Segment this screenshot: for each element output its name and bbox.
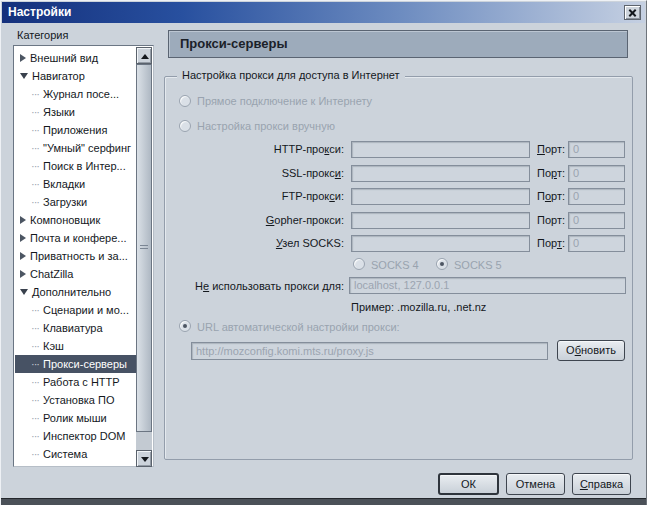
window-title: Настройки	[8, 5, 71, 19]
tree-line	[31, 394, 43, 406]
tree-item[interactable]: Компоновщик	[15, 211, 137, 229]
tree-item-label: Прокси-серверы	[43, 358, 127, 370]
port-input: 0	[568, 141, 625, 158]
tree-line	[31, 196, 43, 208]
tree-item-label: Инспектор DOM	[43, 430, 125, 442]
manual-proxy-label: Настройка прокси вручную	[197, 120, 335, 132]
proxy-field-label: SSL-прокси:	[164, 167, 344, 179]
tree-item-label: Почта и конфере...	[30, 232, 127, 244]
tree-item-label: "Умный" серфинг	[43, 142, 131, 154]
tree-item-label: Навигатор	[32, 70, 85, 82]
reload-button[interactable]: Обновить	[557, 340, 625, 361]
twisty-expanded-icon[interactable]	[20, 73, 28, 79]
proxy-field-label: Узел SOCKS:	[164, 237, 344, 249]
tree-item-label: ChatZilla	[30, 268, 73, 280]
tree-scrollbar[interactable]	[136, 47, 152, 467]
tree-item-label: Поиск в Интер...	[43, 160, 126, 172]
tree-item[interactable]: Установка ПО	[15, 391, 137, 409]
tree-line	[31, 358, 43, 370]
example-text: Пример: .mozilla.ru, .net.nz	[351, 301, 486, 313]
tree-item[interactable]: Кэш	[15, 337, 137, 355]
twisty-collapsed-icon[interactable]	[20, 216, 26, 224]
cancel-button[interactable]: Отмена	[506, 473, 565, 495]
manual-proxy-radio	[179, 120, 191, 132]
scroll-up-button[interactable]	[136, 47, 152, 64]
title-bar[interactable]: Настройки	[2, 2, 645, 23]
tree-item-label: Компоновщик	[30, 214, 100, 226]
tree-item[interactable]: Приложения	[15, 121, 137, 139]
tree-line	[31, 430, 43, 442]
tree-item-label: Вкладки	[43, 178, 85, 190]
port-input: 0	[568, 235, 625, 252]
tree-item-label: Языки	[43, 106, 75, 118]
thumb-grip-icon	[140, 245, 148, 251]
twisty-expanded-icon[interactable]	[20, 289, 28, 295]
socks4-radio	[353, 258, 365, 270]
tree-line	[31, 304, 43, 316]
tree-item[interactable]: Дополнительно	[15, 283, 137, 301]
tree-item-label: Приложения	[43, 124, 107, 136]
port-label: Порт:	[537, 143, 569, 155]
tree-line	[31, 448, 43, 460]
port-label: Порт:	[537, 167, 569, 179]
tree-item-label: Дополнительно	[32, 286, 111, 298]
port-label: Порт:	[537, 237, 569, 249]
tree-item[interactable]: Прокси-серверы	[15, 355, 137, 373]
tree-item[interactable]: Сценарии и мо...	[15, 301, 137, 319]
twisty-collapsed-icon[interactable]	[20, 234, 26, 242]
direct-connection-label: Прямое подключение к Интернету	[197, 95, 372, 107]
close-button[interactable]	[624, 5, 641, 20]
tree-item-label: Кэш	[43, 340, 64, 352]
auto-url-label: URL автоматической настройки прокси:	[197, 321, 400, 333]
category-label: Категория	[17, 29, 68, 41]
tree-item[interactable]: Языки	[15, 103, 137, 121]
tree-item[interactable]: Приватность и за...	[15, 247, 137, 265]
ok-button[interactable]: ОК	[438, 473, 499, 495]
tree-line	[31, 124, 43, 136]
tree-line	[31, 160, 43, 172]
twisty-collapsed-icon[interactable]	[20, 270, 26, 278]
category-tree[interactable]: Внешний видНавигаторЖурнал посе...ЯзыкиП…	[13, 45, 154, 467]
tree-item[interactable]: Инспектор DOM	[15, 427, 137, 445]
port-input: 0	[568, 165, 625, 182]
tree-item[interactable]: Почта и конфере...	[15, 229, 137, 247]
scroll-down-button[interactable]	[136, 450, 152, 467]
auto-url-radio	[179, 320, 191, 332]
tree-item-label: Журнал посе...	[43, 88, 119, 100]
twisty-collapsed-icon[interactable]	[20, 252, 26, 260]
scrollbar-thumb[interactable]	[136, 64, 152, 432]
tree-item[interactable]: Работа с HTTP	[15, 373, 137, 391]
tree-item[interactable]: ChatZilla	[15, 265, 137, 283]
tree-line	[31, 178, 43, 190]
noproxy-input: localhost, 127.0.0.1	[349, 277, 626, 294]
twisty-collapsed-icon[interactable]	[20, 54, 26, 62]
tree-line	[31, 106, 43, 118]
tree-item[interactable]: Клавиатура	[15, 319, 137, 337]
preferences-dialog: Настройки Категория Внешний видНавигатор…	[0, 0, 647, 505]
port-input: 0	[568, 188, 625, 205]
tree-item-label: Приватность и за...	[30, 250, 128, 262]
socks5-radio	[436, 258, 448, 270]
socks5-label: SOCKS 5	[454, 259, 502, 271]
tree-item-label: Работа с HTTP	[43, 376, 120, 388]
tree-item[interactable]: Система	[15, 445, 137, 463]
tree-item[interactable]: Ролик мыши	[15, 409, 137, 427]
tree-line	[31, 376, 43, 388]
tree-item[interactable]: Навигатор	[15, 67, 137, 85]
panel-title: Прокси-серверы	[180, 36, 288, 51]
tree-item[interactable]: Загрузки	[15, 193, 137, 211]
port-label: Порт:	[537, 190, 569, 202]
panel-header: Прокси-серверы	[168, 30, 628, 58]
tree-item-label: Ролик мыши	[43, 412, 107, 424]
tree-item[interactable]: Вкладки	[15, 175, 137, 193]
proxy-field-label: FTP-прокси:	[164, 190, 344, 202]
proxy-host-input	[351, 235, 530, 252]
tree-item[interactable]: Журнал посе...	[15, 85, 137, 103]
tree-item[interactable]: Поиск в Интер...	[15, 157, 137, 175]
tree-line	[31, 88, 43, 100]
tree-item[interactable]: "Умный" серфинг	[15, 139, 137, 157]
tree-line	[31, 322, 43, 334]
tree-item[interactable]: Внешний вид	[15, 49, 137, 67]
help-button[interactable]: Справка	[572, 473, 631, 495]
tree-line	[31, 412, 43, 424]
